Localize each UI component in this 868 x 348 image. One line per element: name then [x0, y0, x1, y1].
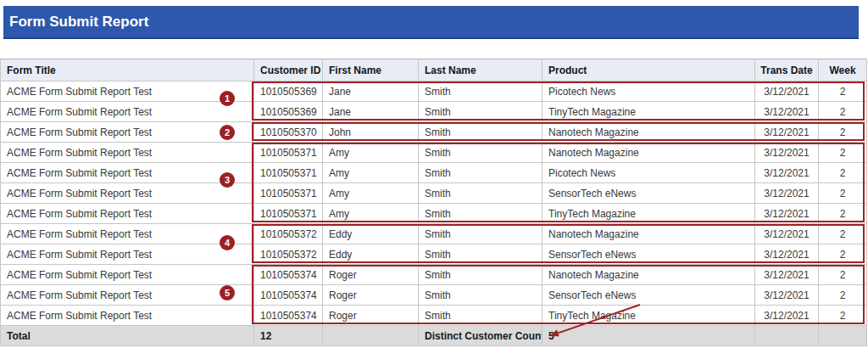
col-header-trans-date: Trans Date [755, 59, 819, 81]
table-cell: TinyTech Magazine [542, 306, 755, 326]
table-cell: 2 [819, 122, 867, 143]
table-cell: Picotech News [542, 81, 755, 102]
table-cell: Jane [323, 81, 419, 102]
table-cell: ACME Form Submit Report Test [1, 285, 254, 306]
col-header-product: Product [542, 59, 755, 81]
table-cell: 3/12/2021 [755, 81, 819, 102]
table-cell: ACME Form Submit Report Test [1, 102, 254, 122]
col-header-first-name: First Name [323, 59, 419, 81]
table-cell: Nanotech Magazine [542, 143, 755, 163]
header-row: Form Title Customer ID First Name Last N… [1, 59, 867, 81]
table-cell: Smith [419, 224, 542, 244]
table-cell: TinyTech Magazine [542, 102, 755, 122]
table-row: ACME Form Submit Report Test1010505371Am… [1, 183, 867, 204]
table-cell: 2 [819, 163, 867, 183]
distinct-customer-count-value: 5 [542, 326, 755, 346]
table-cell: Eddy [323, 224, 419, 244]
table-row: ACME Form Submit Report Test1010505371Am… [1, 163, 867, 183]
table-cell: Amy [323, 143, 419, 163]
total-label: Total [1, 326, 254, 346]
table-cell: ACME Form Submit Report Test [1, 122, 254, 143]
table-row: ACME Form Submit Report Test1010505371Am… [1, 143, 867, 163]
table-row: ACME Form Submit Report Test1010505374Ro… [1, 306, 867, 326]
table-cell: Smith [419, 306, 542, 326]
total-transaction-count: 12 [254, 326, 323, 346]
table-cell: Amy [323, 204, 419, 224]
table-cell: Smith [419, 183, 542, 204]
table-row: ACME Form Submit Report Test1010505374Ro… [1, 285, 867, 306]
table-cell: 3/12/2021 [755, 102, 819, 122]
table-cell: Smith [419, 285, 542, 306]
table-cell: ACME Form Submit Report Test [1, 183, 254, 204]
table-cell: 1010505371 [254, 163, 323, 183]
table-cell: 2 [819, 224, 867, 244]
table-cell: SensorTech eNews [542, 285, 755, 306]
table-cell: 1010505374 [254, 285, 323, 306]
col-header-form-title: Form Title [1, 59, 254, 81]
table-cell: SensorTech eNews [542, 183, 755, 204]
table-cell: SensorTech eNews [542, 244, 755, 265]
table-cell: 2 [819, 306, 867, 326]
table-cell: Nanotech Magazine [542, 122, 755, 143]
table-cell: TinyTech Magazine [542, 204, 755, 224]
table-cell: 2 [819, 102, 867, 122]
table-cell: Smith [419, 122, 542, 143]
table-cell: Amy [323, 163, 419, 183]
table-cell: 2 [819, 285, 867, 306]
total-empty-cell [819, 326, 867, 346]
table-cell: ACME Form Submit Report Test [1, 265, 254, 285]
table-cell: 1010505372 [254, 224, 323, 244]
table-cell: 1010505372 [254, 244, 323, 265]
table-row: ACME Form Submit Report Test1010505374Ro… [1, 265, 867, 285]
table-cell: Roger [323, 285, 419, 306]
table-cell: 3/12/2021 [755, 183, 819, 204]
table-cell: 1010505374 [254, 265, 323, 285]
table-row: ACME Form Submit Report Test1010505372Ed… [1, 224, 867, 244]
table-cell: ACME Form Submit Report Test [1, 163, 254, 183]
table-cell: Smith [419, 143, 542, 163]
table-cell: 2 [819, 143, 867, 163]
table-cell: 3/12/2021 [755, 204, 819, 224]
table-cell: 1010505370 [254, 122, 323, 143]
report-page: Form Submit Report Form Title Customer I… [0, 0, 868, 348]
table-cell: ACME Form Submit Report Test [1, 224, 254, 244]
table-cell: ACME Form Submit Report Test [1, 204, 254, 224]
table-cell: Picotech News [542, 163, 755, 183]
total-empty-cell [755, 326, 819, 346]
table-cell: 1010505371 [254, 204, 323, 224]
table-body: ACME Form Submit Report Test1010505369Ja… [1, 81, 867, 326]
table-cell: John [323, 122, 419, 143]
table-cell: 3/12/2021 [755, 244, 819, 265]
table-header: Form Title Customer ID First Name Last N… [1, 59, 867, 81]
table-cell: Smith [419, 244, 542, 265]
table-cell: 3/12/2021 [755, 224, 819, 244]
table-cell: Jane [323, 102, 419, 122]
table-cell: ACME Form Submit Report Test [1, 143, 254, 163]
table-cell: 1010505369 [254, 102, 323, 122]
table-cell: Smith [419, 102, 542, 122]
table-cell: Nanotech Magazine [542, 224, 755, 244]
table-cell: Eddy [323, 244, 419, 265]
table-cell: 3/12/2021 [755, 163, 819, 183]
table-cell: 3/12/2021 [755, 143, 819, 163]
table-cell: 2 [819, 81, 867, 102]
col-header-last-name: Last Name [419, 59, 542, 81]
table-cell: 2 [819, 265, 867, 285]
table-cell: 3/12/2021 [755, 265, 819, 285]
table-row: ACME Form Submit Report Test1010505371Am… [1, 204, 867, 224]
table-cell: Roger [323, 306, 419, 326]
page-title: Form Submit Report [3, 14, 148, 31]
total-empty-cell [323, 326, 419, 346]
table-cell: 1010505371 [254, 183, 323, 204]
table-cell: 3/12/2021 [755, 122, 819, 143]
col-header-customer-id: Customer ID [254, 59, 323, 81]
distinct-customer-count-label: Distinct Customer Count [419, 326, 542, 346]
table-cell: ACME Form Submit Report Test [1, 306, 254, 326]
table-cell: 1010505369 [254, 81, 323, 102]
table-cell: Smith [419, 163, 542, 183]
report-title-bar: Form Submit Report [3, 6, 859, 39]
table-cell: 2 [819, 204, 867, 224]
table-cell: Smith [419, 204, 542, 224]
table-cell: ACME Form Submit Report Test [1, 244, 254, 265]
table-row: ACME Form Submit Report Test1010505369Ja… [1, 81, 867, 102]
